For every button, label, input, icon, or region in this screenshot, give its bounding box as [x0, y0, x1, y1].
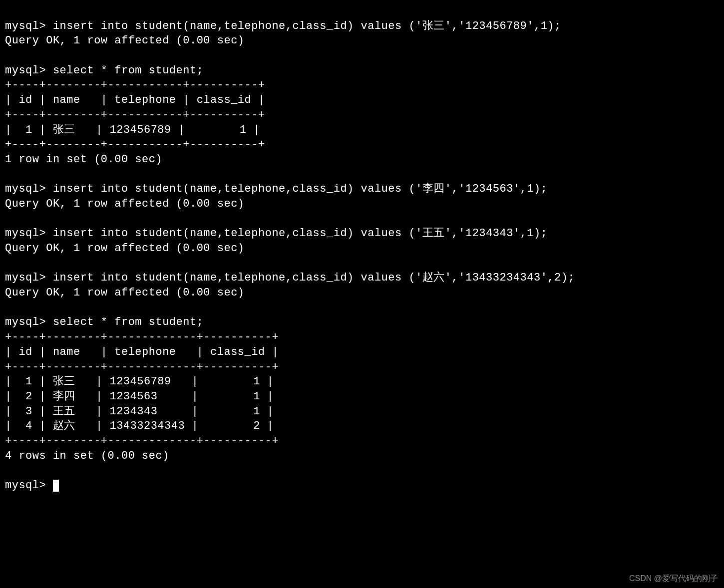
table-row: | 1 | 张三 | 123456789 | 1 |	[5, 124, 260, 136]
table-border: +----+--------+-------------+----------+	[5, 331, 279, 343]
watermark: CSDN @爱写代码的刚子	[629, 573, 718, 584]
prompt: mysql>	[5, 479, 53, 492]
command-line: mysql> insert into student(name,telephon…	[5, 227, 547, 240]
table-row: | 1 | 张三 | 123456789 | 1 |	[5, 375, 274, 388]
terminal-output[interactable]: mysql> insert into student(name,telephon…	[5, 4, 719, 493]
table-row: | 2 | 李四 | 1234563 | 1 |	[5, 390, 274, 403]
row-count: 1 row in set (0.00 sec)	[5, 153, 162, 166]
table-border: +----+--------+-------------+----------+	[5, 361, 279, 373]
command-line: mysql> insert into student(name,telephon…	[5, 183, 547, 195]
query-result: Query OK, 1 row affected (0.00 sec)	[5, 287, 245, 299]
row-count: 4 rows in set (0.00 sec)	[5, 450, 169, 462]
table-border: +----+--------+-------------+----------+	[5, 435, 279, 447]
table-row: | 3 | 王五 | 1234343 | 1 |	[5, 405, 274, 418]
command-line: mysql> insert into student(name,telephon…	[5, 272, 575, 284]
command-line: mysql> insert into student(name,telephon…	[5, 20, 561, 32]
command-line: mysql> select * from student;	[5, 64, 203, 77]
command-line: mysql> select * from student;	[5, 316, 203, 328]
query-result: Query OK, 1 row affected (0.00 sec)	[5, 198, 245, 210]
table-border: +----+--------+-----------+----------+	[5, 109, 265, 121]
table-row: | 4 | 赵六 | 13433234343 | 2 |	[5, 420, 274, 432]
table-border: +----+--------+-----------+----------+	[5, 79, 265, 91]
table-border: +----+--------+-----------+----------+	[5, 138, 265, 151]
cursor-icon[interactable]	[53, 480, 59, 492]
query-result: Query OK, 1 row affected (0.00 sec)	[5, 242, 245, 255]
table-header: | id | name | telephone | class_id |	[5, 346, 279, 358]
query-result: Query OK, 1 row affected (0.00 sec)	[5, 34, 245, 47]
table-header: | id | name | telephone | class_id |	[5, 94, 265, 106]
